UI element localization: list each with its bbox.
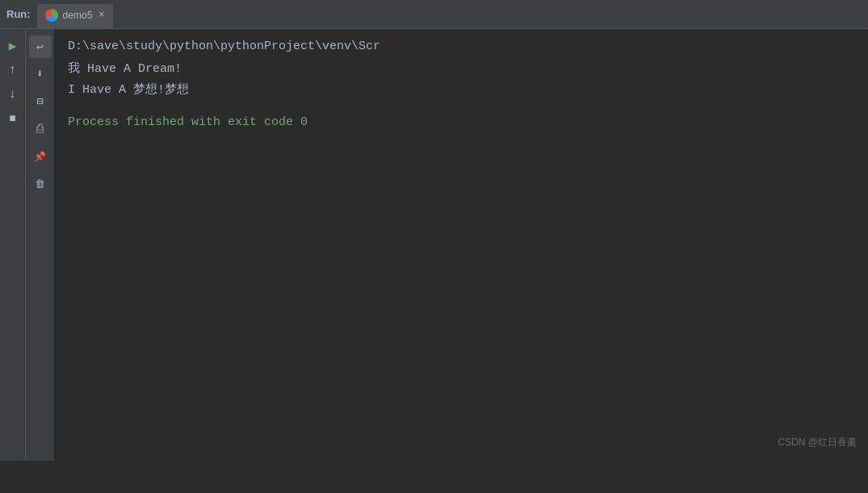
print-icon [36,122,44,136]
trash-icon [35,177,45,191]
pin-icon [34,149,46,164]
run-label: Run: [0,0,37,28]
scroll-up-button[interactable] [2,60,23,81]
console-line-path: D:\save\study\python\pythonProject\venv\… [68,37,855,56]
watermark: CSDN @红日香薰 [778,436,857,449]
stop-button[interactable] [2,108,23,129]
play-icon [9,38,17,54]
console-area: D:\save\study\python\pythonProject\venv\… [55,29,868,461]
main-area: D:\save\study\python\pythonProject\venv\… [0,29,868,461]
console-line-1: 我 Have A Dream! [68,60,855,79]
scroll-down-button[interactable] [2,84,23,105]
wrap-button[interactable] [29,36,52,58]
console-line-2: I Have A 梦想!梦想 [68,81,855,100]
left-toolbar [0,29,26,461]
console-line-process: Process finished with exit code 0 [68,113,855,132]
tab-name: demo5 [63,10,93,21]
layers-button[interactable] [29,90,52,113]
python-icon [45,9,58,22]
second-toolbar [26,29,55,461]
print-button[interactable] [29,118,52,140]
tab-bar: Run: demo5 × [0,0,868,29]
stop-icon [9,112,15,125]
layers-icon [36,94,43,109]
run-button[interactable] [2,36,23,56]
up-icon [9,63,17,77]
import-icon [36,67,43,81]
wrap-icon [36,40,44,55]
pin-button[interactable] [29,145,52,168]
tab-close-button[interactable]: × [99,10,104,21]
demo5-tab[interactable]: demo5 × [37,4,113,28]
trash-button[interactable] [29,173,52,195]
down-icon [9,87,17,102]
import-button[interactable] [29,63,52,86]
